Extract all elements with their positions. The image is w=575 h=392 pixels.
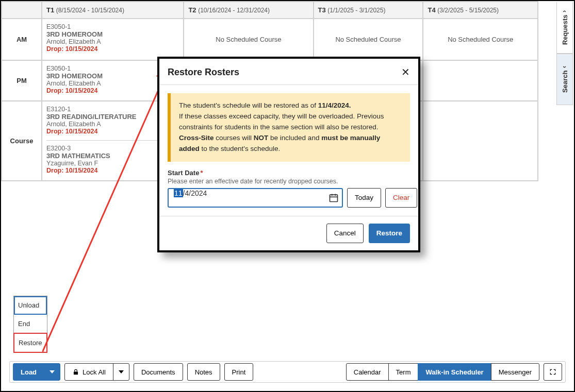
caret-down-icon <box>119 370 124 373</box>
start-date-hint: Please enter an effective date for recen… <box>168 178 410 185</box>
messenger-tab[interactable]: Messenger <box>491 363 539 381</box>
clear-button[interactable]: Clear <box>385 188 417 208</box>
start-date-input[interactable]: 11/4/2024 <box>168 188 343 208</box>
svg-rect-5 <box>74 371 78 374</box>
restore-rosters-modal: Restore Rosters ✕ The student's schedule… <box>157 57 420 252</box>
load-button[interactable]: Load <box>13 363 44 381</box>
restore-button[interactable]: Restore <box>369 224 410 243</box>
lock-all-dropdown-toggle[interactable] <box>113 363 129 381</box>
start-date-label: Start Date* <box>168 169 410 177</box>
term-header-t1[interactable]: T1 (8/15/2024 - 10/15/2024) <box>42 2 184 19</box>
header-blank <box>2 2 42 19</box>
period-course: Course <box>2 101 42 181</box>
period-pm: PM <box>2 60 42 101</box>
calendar-tab[interactable]: Calendar <box>346 363 389 381</box>
cell-am-t1[interactable]: E3050-1 3RD HOMEROOM Arnold, Elizabeth A… <box>42 19 184 60</box>
menu-item-end[interactable]: End <box>14 315 47 333</box>
caret-down-icon <box>50 370 55 373</box>
fullscreen-icon <box>549 368 556 376</box>
cell-am-t2[interactable]: No Scheduled Course <box>184 19 313 60</box>
side-tab-requests[interactable]: Requests‹ <box>556 2 573 54</box>
load-dropdown-toggle[interactable] <box>44 363 60 381</box>
cell-am-t3[interactable]: No Scheduled Course <box>314 19 423 60</box>
term-header-t4[interactable]: T4 (3/2/2025 - 5/15/2025) <box>423 2 538 19</box>
chevron-right-icon: › <box>561 66 568 68</box>
lock-icon <box>72 368 79 376</box>
term-tab[interactable]: Term <box>388 363 419 381</box>
cancel-button[interactable]: Cancel <box>326 224 364 243</box>
walk-in-scheduler-tab[interactable]: Walk-in Scheduler <box>418 363 491 381</box>
cell-am-t4[interactable]: No Scheduled Course <box>423 19 538 60</box>
term-header-t2[interactable]: T2 (10/16/2024 - 12/31/2024) <box>184 2 313 19</box>
load-dropdown-menu: Unload End Restore <box>13 296 47 353</box>
menu-item-unload[interactable]: Unload <box>14 296 47 315</box>
bottom-toolbar: Load Lock All Documents Notes Print Cale… <box>9 361 566 383</box>
warning-alert: The student's schedule will be restored … <box>168 93 410 162</box>
today-button[interactable]: Today <box>347 188 381 208</box>
lock-all-button[interactable]: Lock All <box>64 363 113 381</box>
fullscreen-button[interactable] <box>544 363 562 381</box>
term-header-t3[interactable]: T3 (1/1/2025 - 3/1/2025) <box>314 2 423 19</box>
side-tab-search[interactable]: Search› <box>556 54 573 105</box>
documents-button[interactable]: Documents <box>134 363 183 381</box>
modal-title: Restore Rosters <box>168 67 401 78</box>
chevron-left-icon: ‹ <box>561 10 568 12</box>
menu-item-restore[interactable]: Restore <box>13 333 47 353</box>
print-button[interactable]: Print <box>224 363 254 381</box>
period-am: AM <box>2 19 42 60</box>
close-icon[interactable]: ✕ <box>401 66 410 78</box>
notes-button[interactable]: Notes <box>187 363 220 381</box>
